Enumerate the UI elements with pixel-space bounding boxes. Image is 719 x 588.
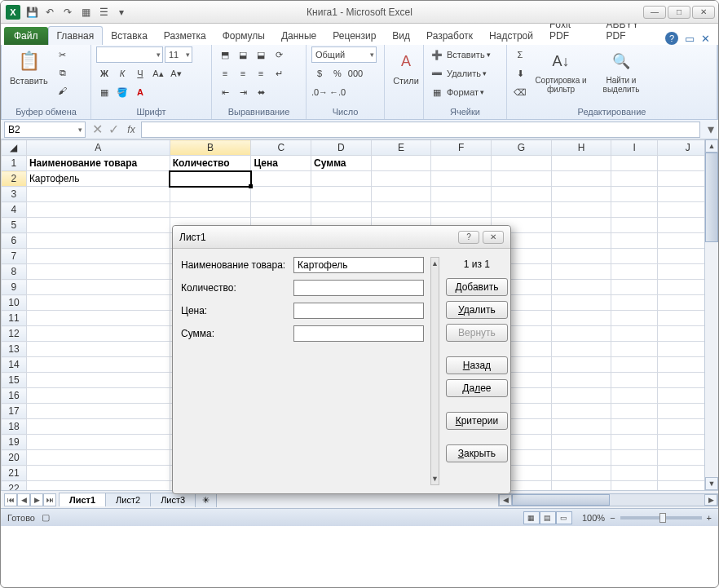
row-header[interactable]: 10 — [2, 295, 27, 311]
insert-cells-icon[interactable]: ➕ — [429, 46, 445, 63]
cell[interactable] — [611, 404, 658, 419]
cell[interactable] — [551, 218, 611, 233]
row-header[interactable]: 18 — [2, 419, 27, 435]
cell[interactable] — [26, 342, 170, 357]
next-button[interactable]: Далее — [446, 379, 508, 397]
dialog-scrollbar[interactable]: ▲▼ — [430, 257, 439, 485]
cell[interactable] — [551, 388, 611, 404]
column-header[interactable]: E — [371, 140, 431, 156]
column-header[interactable]: D — [311, 140, 372, 156]
row-header[interactable]: 13 — [2, 342, 27, 357]
macro-record-icon[interactable]: ▢ — [42, 512, 50, 523]
cell[interactable] — [492, 156, 552, 171]
cut-icon[interactable]: ✂ — [55, 46, 71, 63]
cell[interactable] — [551, 481, 611, 491]
tab-developer[interactable]: Разработк — [418, 27, 481, 45]
cell[interactable] — [551, 404, 611, 419]
cell[interactable] — [26, 326, 170, 342]
wrap-text-icon[interactable]: ↵ — [271, 65, 287, 82]
cell[interactable] — [371, 156, 431, 171]
cell[interactable] — [551, 450, 611, 466]
cell[interactable] — [26, 404, 170, 419]
row-header[interactable]: 3 — [2, 187, 27, 202]
decrease-decimal-icon[interactable]: ←.0 — [329, 84, 346, 100]
delete-cells-icon[interactable]: ➖ — [429, 65, 445, 82]
bold-icon[interactable]: Ж — [96, 65, 112, 82]
scroll-thumb[interactable] — [705, 153, 718, 242]
row-header[interactable]: 22 — [2, 481, 27, 491]
cell[interactable] — [26, 388, 170, 404]
cell[interactable] — [26, 435, 170, 450]
cell[interactable] — [26, 466, 170, 481]
cell[interactable] — [26, 187, 170, 202]
increase-indent-icon[interactable]: ⇥ — [235, 84, 251, 100]
row-header[interactable]: 16 — [2, 388, 27, 404]
align-bottom-icon[interactable]: ⬓ — [253, 46, 269, 63]
find-select-button[interactable]: 🔍 Найти и выделить — [593, 46, 649, 95]
criteria-button[interactable]: Критерии — [446, 412, 508, 430]
qat-form-icon[interactable]: ☰ — [97, 6, 110, 19]
paste-button[interactable]: 📋 Вставить — [7, 46, 51, 87]
cell[interactable]: Наименование товара — [26, 156, 170, 171]
font-color-icon[interactable]: A — [132, 84, 148, 100]
sheet-tab[interactable]: Лист1 — [59, 493, 106, 506]
cell[interactable] — [26, 280, 170, 295]
cell[interactable] — [551, 156, 611, 171]
percent-icon[interactable]: % — [329, 65, 346, 82]
cell[interactable] — [551, 171, 611, 187]
delete-button[interactable]: Удалить — [446, 301, 508, 319]
cell[interactable] — [26, 481, 170, 491]
cell[interactable] — [551, 373, 611, 388]
row-header[interactable]: 2 — [2, 171, 27, 187]
decrease-font-icon[interactable]: A▾ — [168, 65, 184, 82]
column-header[interactable]: F — [431, 140, 492, 156]
row-header[interactable]: 20 — [2, 450, 27, 466]
cell[interactable] — [611, 156, 658, 171]
cell[interactable]: Картофель — [26, 171, 170, 187]
name-box[interactable]: B2 — [4, 122, 86, 138]
field-name-input[interactable] — [293, 257, 424, 273]
cell[interactable] — [611, 435, 658, 450]
column-header[interactable]: G — [492, 140, 552, 156]
orientation-icon[interactable]: ⟳ — [271, 46, 287, 63]
select-all[interactable]: ◢ — [2, 140, 27, 156]
page-layout-view-icon[interactable]: ▤ — [540, 511, 556, 524]
align-middle-icon[interactable]: ⬓ — [235, 46, 251, 63]
row-header[interactable]: 14 — [2, 357, 27, 373]
cell[interactable] — [611, 249, 658, 264]
align-left-icon[interactable]: ≡ — [217, 65, 233, 82]
cell[interactable] — [492, 202, 552, 218]
cell[interactable]: Количество — [170, 156, 251, 171]
cell[interactable] — [371, 187, 431, 202]
help-icon[interactable]: ? — [665, 32, 678, 45]
prev-sheet-icon[interactable]: ◀ — [17, 493, 30, 506]
merge-icon[interactable]: ⬌ — [253, 84, 269, 100]
cell[interactable] — [311, 171, 372, 187]
cell[interactable] — [611, 218, 658, 233]
format-cells-label[interactable]: Формат — [447, 87, 479, 97]
cell[interactable]: Цена — [251, 156, 311, 171]
cell[interactable] — [611, 202, 658, 218]
tab-addins[interactable]: Надстрой — [481, 27, 541, 45]
cell[interactable] — [431, 156, 492, 171]
cell[interactable] — [26, 218, 170, 233]
first-sheet-icon[interactable]: ⏮ — [4, 493, 17, 506]
font-size-combo[interactable]: 11 — [165, 46, 192, 63]
cell[interactable] — [251, 171, 311, 187]
qat-dropdown-icon[interactable]: ▾ — [115, 6, 128, 19]
row-header[interactable]: 11 — [2, 311, 27, 326]
formula-input[interactable] — [141, 122, 700, 138]
prev-button[interactable]: Назад — [446, 356, 508, 374]
doc-close-icon[interactable]: ✕ — [701, 33, 710, 45]
row-header[interactable]: 1 — [2, 156, 27, 171]
clear-icon[interactable]: ⌫ — [512, 84, 528, 100]
cell[interactable] — [26, 264, 170, 280]
cell[interactable] — [492, 187, 552, 202]
tab-review[interactable]: Рецензир — [324, 27, 384, 45]
cell[interactable] — [26, 295, 170, 311]
cell[interactable] — [431, 187, 492, 202]
comma-icon[interactable]: 000 — [347, 65, 364, 82]
cell[interactable] — [611, 311, 658, 326]
cell[interactable] — [611, 357, 658, 373]
cell[interactable] — [311, 187, 372, 202]
